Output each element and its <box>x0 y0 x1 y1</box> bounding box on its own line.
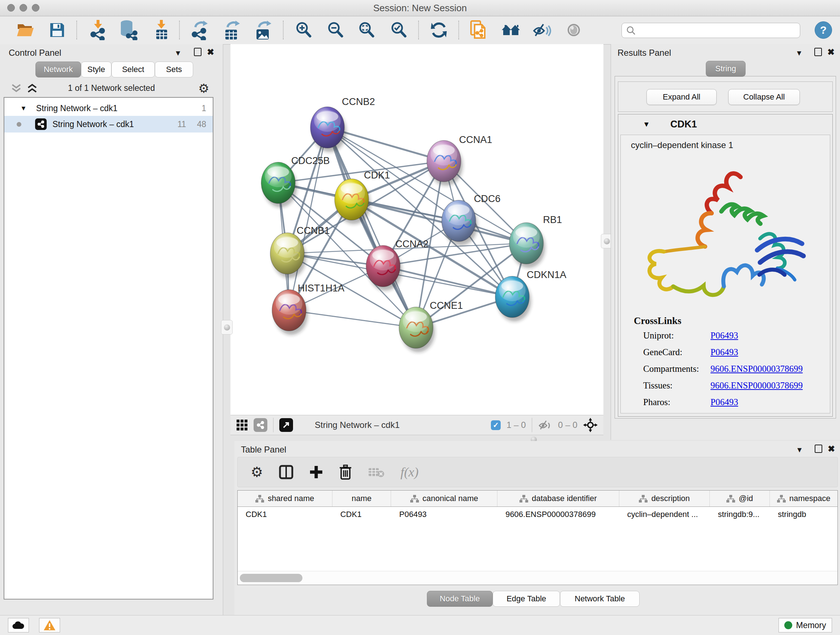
column-header-canonical-name[interactable]: canonical name <box>391 491 497 507</box>
zoom-selected-button[interactable] <box>389 20 409 40</box>
crosslink-uniprot[interactable]: P06493 <box>711 331 738 340</box>
gear-icon[interactable]: ⚙ <box>198 81 209 96</box>
export-table-button[interactable] <box>221 20 242 40</box>
horizontal-scrollbar[interactable] <box>238 571 837 585</box>
hide-selected-button[interactable] <box>532 20 552 40</box>
table-toolbar: ⚙ f(x) <box>237 457 838 487</box>
column-header-id[interactable]: @id <box>710 491 770 507</box>
float-panel-icon[interactable] <box>194 48 202 56</box>
network-canvas[interactable]: CCNB2CCNA1CDC25BCDK1CDC6RB1CCNB1CCNA2CDK… <box>231 44 603 415</box>
cloud-status-button[interactable] <box>8 618 29 632</box>
zoom-fit-button[interactable] <box>357 20 377 40</box>
left-splitter-grip[interactable] <box>221 320 233 334</box>
column-header-name[interactable]: name <box>332 491 392 507</box>
search-input[interactable] <box>638 25 800 35</box>
collapse-triangle-icon[interactable]: ▼ <box>20 105 27 112</box>
float-panel-icon[interactable] <box>814 48 822 56</box>
node-table[interactable]: shared name name canonical name database… <box>237 490 838 585</box>
crosslink-pharos[interactable]: P06493 <box>711 397 738 407</box>
tab-select[interactable]: Select <box>111 62 155 78</box>
divider <box>273 418 273 432</box>
float-panel-icon[interactable] <box>815 445 822 453</box>
column-header-shared-name[interactable]: shared name <box>238 491 332 507</box>
toolbar-separator <box>179 21 180 40</box>
show-neighborhood-button[interactable] <box>501 20 521 40</box>
node-result-body: cyclin–dependent kinase 1 <box>621 135 830 413</box>
crosslink-genecard[interactable]: P06493 <box>711 347 738 357</box>
copy-network-document-icon <box>470 20 486 40</box>
panel-menu-icon[interactable]: ▾ <box>797 445 802 454</box>
node-label-CDC6: CDC6 <box>474 193 501 204</box>
toolbar-search[interactable] <box>622 23 800 38</box>
selected-counts: 1 – 0 <box>507 420 526 430</box>
column-header-namespace[interactable]: namespace <box>770 491 837 507</box>
tab-edge-table[interactable]: Edge Table <box>493 591 560 607</box>
results-panel: Results Panel ▾ ✖ String Expand All Coll… <box>611 44 840 440</box>
main-toolbar: ? <box>0 16 840 44</box>
crosslinks-title: CrossLinks <box>634 315 682 326</box>
panel-menu-icon[interactable]: ▾ <box>176 49 180 57</box>
panel-menu-icon[interactable]: ▾ <box>797 49 801 57</box>
node-label-CCNB2: CCNB2 <box>342 96 375 107</box>
add-column-plus-icon[interactable] <box>309 465 323 479</box>
export-image-button[interactable] <box>253 20 273 40</box>
network-row[interactable]: String Network – cdk1 11 48 <box>4 116 213 133</box>
tab-network-table[interactable]: Network Table <box>560 591 639 607</box>
toolbar-separator <box>76 21 77 40</box>
import-network-file-button[interactable] <box>88 20 108 40</box>
redraw-network-button[interactable] <box>429 20 449 40</box>
close-panel-icon[interactable]: ✖ <box>207 48 214 57</box>
crosslink-compartments[interactable]: 9606.ENSP00000378699 <box>711 364 803 374</box>
import-table-button[interactable] <box>151 20 172 40</box>
open-session-button[interactable] <box>15 20 35 40</box>
grid-view-icon[interactable] <box>236 419 248 431</box>
save-session-button[interactable] <box>47 20 67 40</box>
import-database-icon <box>118 20 137 40</box>
network-node-CCNB1[interactable]: CCNB1 <box>270 225 330 274</box>
zoom-out-button[interactable] <box>325 20 346 40</box>
tab-node-table[interactable]: Node Table <box>427 591 493 607</box>
string-network-graph[interactable]: CCNB2CCNA1CDC25BCDK1CDC6RB1CCNB1CCNA2CDK… <box>231 44 603 415</box>
help-button[interactable]: ? <box>815 21 832 39</box>
warning-status-button[interactable] <box>39 618 60 632</box>
export-network-button[interactable] <box>189 20 210 40</box>
import-network-database-button[interactable] <box>118 20 138 40</box>
expand-all-button[interactable]: Expand All <box>646 89 717 105</box>
tab-string[interactable]: String <box>706 61 745 77</box>
node-label-CCNB1: CCNB1 <box>297 225 330 236</box>
detach-view-button[interactable] <box>279 418 293 432</box>
column-header-description[interactable]: description <box>619 491 710 507</box>
column-header-database-identifier[interactable]: database identifier <box>497 491 619 507</box>
network-node-RB1[interactable]: RB1 <box>509 214 562 264</box>
delete-column-trash-icon[interactable] <box>339 464 352 480</box>
node-result-card: ▼ CDK1 cyclin–dependent kinase 1 <box>618 114 833 417</box>
crosslink-tissues[interactable]: 9606.ENSP00000378699 <box>711 380 803 391</box>
table-settings-gear-icon[interactable]: ⚙ <box>251 465 263 479</box>
crosslink-label: Tissues: <box>643 380 673 391</box>
network-collection-row[interactable]: ▼ String Network – cdk1 1 <box>4 100 213 117</box>
show-columns-icon[interactable] <box>279 465 294 479</box>
search-icon <box>626 26 636 35</box>
zoom-in-button[interactable] <box>294 20 314 40</box>
string-results-box: Expand All Collapse All ▼ CDK1 cyclin–de… <box>615 76 836 418</box>
clone-network-button[interactable] <box>468 20 488 40</box>
close-panel-icon[interactable]: ✖ <box>828 445 835 453</box>
collapse-all-button[interactable]: Collapse All <box>728 89 800 105</box>
node-label-CCNA1: CCNA1 <box>459 134 493 145</box>
network-node-CDKN1A[interactable]: CDKN1A <box>495 269 567 318</box>
birdseye-crosshair-icon[interactable] <box>583 418 598 432</box>
network-node-HIST1H1A[interactable]: HIST1H1A <box>272 283 344 331</box>
show-hidden-button[interactable] <box>564 20 584 40</box>
tab-style[interactable]: Style <box>81 62 111 78</box>
network-view-app-icon[interactable] <box>254 418 267 432</box>
tab-sets[interactable]: Sets <box>155 62 193 78</box>
selected-checkbox-icon[interactable]: ✓ <box>491 420 501 430</box>
node-label-CCNA2: CCNA2 <box>395 239 429 249</box>
cloud-icon <box>12 621 25 630</box>
collapse-triangle-icon[interactable]: ▼ <box>643 120 650 128</box>
table-row[interactable]: CDK1 CDK1 P06493 9606.ENSP00000378699 cy… <box>238 507 837 523</box>
tab-network[interactable]: Network <box>35 62 81 78</box>
scrollbar-thumb[interactable] <box>240 574 302 582</box>
close-panel-icon[interactable]: ✖ <box>827 48 835 57</box>
memory-button[interactable]: Memory <box>778 618 832 632</box>
